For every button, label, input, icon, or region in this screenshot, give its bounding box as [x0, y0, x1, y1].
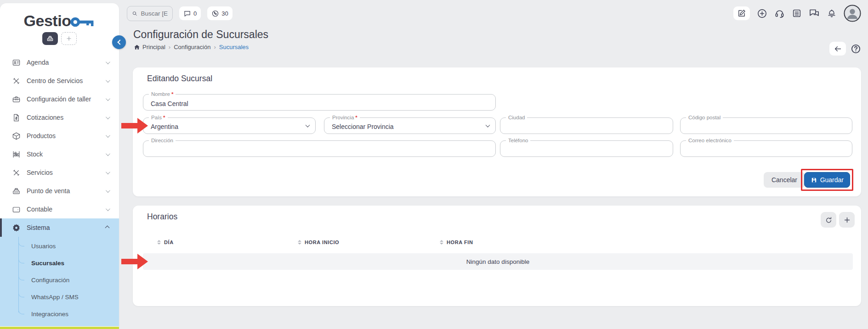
breadcrumb: Principal › Configuración › Sucursales: [134, 44, 861, 50]
sidebar-item-label: Servicios: [27, 169, 53, 176]
horarios-actions: [821, 212, 855, 228]
cash-register-icon: [46, 35, 54, 42]
sidebar-subitem-label: WhatsApp / SMS: [31, 294, 79, 301]
breadcrumb-separator: ›: [214, 44, 216, 50]
column-label: HORA INICIO: [305, 240, 339, 245]
topbar: Buscar [E 0 30: [127, 6, 861, 21]
horarios-card: Horarios DÍA HORA INICIO HORA FIN Ningún…: [133, 206, 861, 306]
sidebar-item-contable[interactable]: Contable: [0, 200, 119, 218]
sidebar-collapse-button[interactable]: [112, 35, 126, 49]
chevron-down-icon: [106, 78, 110, 83]
compose-button[interactable]: [733, 6, 750, 20]
question-circle-icon: [851, 44, 861, 54]
messages-button[interactable]: [809, 8, 820, 19]
field-correo: Correo electrónico: [680, 140, 852, 157]
sidebar-item-label: Punto de venta: [27, 187, 70, 195]
sidebar-item-productos[interactable]: Productos: [0, 127, 119, 145]
pais-select[interactable]: Argentina: [143, 118, 315, 134]
direccion-input[interactable]: [143, 141, 495, 156]
sidebar-subitem-integraciones[interactable]: Integraciones: [0, 306, 119, 323]
chevron-down-icon: [106, 96, 110, 101]
sidebar-item-agenda[interactable]: Agenda: [0, 53, 119, 72]
sidebar-item-sistema[interactable]: Sistema: [0, 218, 119, 237]
field-pais[interactable]: País* Argentina: [143, 117, 316, 134]
annotation-arrow-horarios: [121, 254, 148, 269]
cancel-button[interactable]: Cancelar: [764, 172, 805, 188]
column-header-hora-fin[interactable]: HORA FIN: [440, 240, 473, 245]
sort-icon: [298, 240, 301, 245]
refresh-button[interactable]: [821, 212, 836, 228]
bottom-accent-strip: [0, 327, 119, 329]
avatar: [844, 5, 861, 22]
gear-icon: [12, 223, 21, 232]
nombre-input[interactable]: [143, 95, 495, 110]
sidebar-item-cotizaciones[interactable]: Cotizaciones: [0, 108, 119, 127]
field-provincia[interactable]: Provincia* Seleccionar Provincia: [324, 117, 496, 134]
sidebar-item-configuracion-de-taller[interactable]: Configuración de taller: [0, 90, 119, 108]
ciudad-input[interactable]: [500, 118, 673, 134]
toolbox-icon: [12, 95, 21, 104]
workspace-switcher: [0, 32, 119, 45]
sidebar-subitem-sucursales[interactable]: Sucursales: [0, 255, 119, 272]
provincia-select[interactable]: Seleccionar Provincia: [324, 118, 495, 134]
page-header: Configuración de Sucursales Principal › …: [127, 28, 861, 60]
logo: Gestio: [0, 11, 119, 31]
breadcrumb-item-principal[interactable]: Principal: [134, 44, 165, 50]
help-button[interactable]: [851, 44, 861, 54]
topbar-icons: [733, 5, 861, 22]
plus-circle-icon: [757, 8, 767, 19]
sidebar-subitem-configuracion[interactable]: Configuración: [0, 272, 119, 289]
chevron-down-icon: [106, 133, 110, 138]
chevron-up-icon: [105, 225, 110, 230]
sidebar-subitem-label: Sucursales: [31, 260, 64, 267]
field-codigo-postal: Código postal: [680, 117, 852, 134]
whatsapp-counter-pill[interactable]: 30: [207, 6, 232, 20]
notifications-button[interactable]: [827, 8, 837, 18]
search-label: Buscar [E: [141, 10, 168, 17]
add-schedule-button[interactable]: [839, 212, 855, 228]
sidebar-item-servicios[interactable]: Servicios: [0, 163, 119, 182]
tasks-button[interactable]: [792, 8, 802, 18]
field-direccion: Dirección: [143, 140, 496, 157]
user-menu-button[interactable]: [844, 5, 861, 22]
active-workspace-button[interactable]: [42, 32, 58, 45]
cash-register-icon: [12, 187, 21, 195]
whatsapp-count: 30: [221, 10, 228, 17]
card-title: Editando Sucursal: [147, 74, 212, 84]
sidebar-item-label: Cotizaciones: [27, 114, 63, 121]
chat-count: 0: [193, 10, 197, 17]
support-button[interactable]: [774, 8, 785, 19]
codigo-postal-input[interactable]: [681, 118, 852, 134]
chevron-down-icon: [106, 188, 110, 193]
add-button[interactable]: [757, 8, 767, 19]
column-label: DÍA: [164, 240, 174, 245]
breadcrumb-item-configuracion[interactable]: Configuración: [174, 44, 210, 50]
column-header-hora-inicio[interactable]: HORA INICIO: [298, 240, 339, 245]
sidebar-subitem-usuarios[interactable]: Usuarios: [0, 238, 119, 255]
sidebar-menu: Agenda Centro de Servicios Configuración…: [0, 53, 119, 326]
annotation-arrow-pais: [121, 118, 148, 134]
page-title: Configuración de Sucursales: [133, 28, 861, 41]
back-button[interactable]: [829, 42, 846, 56]
list-icon: [792, 8, 802, 18]
whatsapp-icon: [211, 10, 219, 17]
sidebar-item-punto-de-venta[interactable]: Punto de venta: [0, 182, 119, 200]
telefono-input[interactable]: [500, 141, 673, 156]
package-icon: [12, 132, 21, 140]
search-button[interactable]: Buscar [E: [127, 6, 173, 21]
edit-branch-card: Editando Sucursal Nombre* País* Argentin…: [133, 67, 861, 196]
sidebar-item-label: Contable: [27, 206, 52, 213]
add-workspace-button[interactable]: [61, 32, 77, 45]
column-header-dia[interactable]: DÍA: [157, 240, 174, 245]
sidebar-subitem-label: Integraciones: [31, 311, 68, 318]
sidebar-item-centro-de-servicios[interactable]: Centro de Servicios: [0, 72, 119, 90]
sidebar-item-stock[interactable]: Stock: [0, 145, 119, 163]
empty-row-label: Ningún dato disponible: [466, 258, 529, 265]
correo-input[interactable]: [681, 141, 852, 156]
breadcrumb-label: Sucursales: [219, 44, 249, 50]
chat-counter-pill[interactable]: 0: [179, 6, 201, 20]
sidebar-subitem-whatsapp-sms[interactable]: WhatsApp / SMS: [0, 289, 119, 306]
save-button[interactable]: Guardar: [804, 172, 850, 188]
breadcrumb-item-sucursales[interactable]: Sucursales: [219, 44, 249, 50]
card-title: Horarios: [147, 212, 177, 222]
